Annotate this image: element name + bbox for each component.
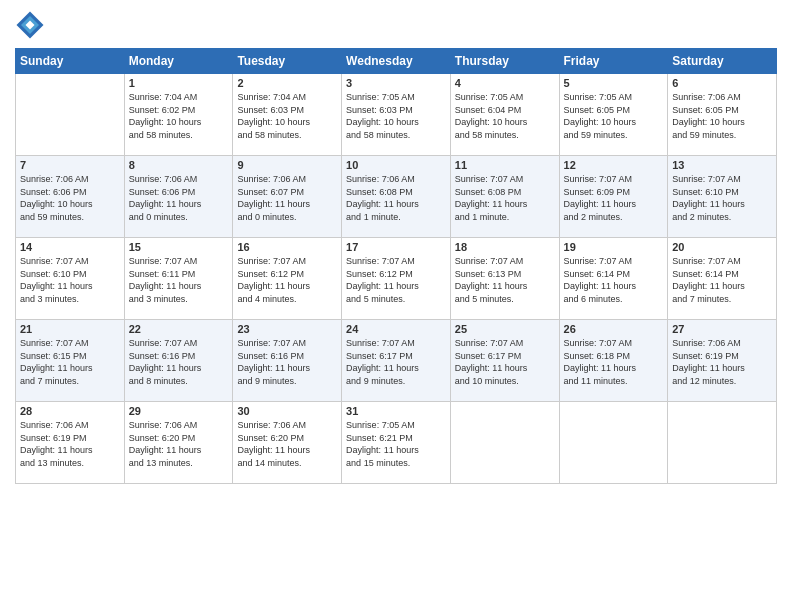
calendar-cell (16, 74, 125, 156)
day-info: Sunrise: 7:07 AMSunset: 6:12 PMDaylight:… (346, 255, 446, 305)
day-number: 26 (564, 323, 664, 335)
weekday-header-friday: Friday (559, 49, 668, 74)
day-number: 19 (564, 241, 664, 253)
weekday-header-sunday: Sunday (16, 49, 125, 74)
calendar-cell: 22Sunrise: 7:07 AMSunset: 6:16 PMDayligh… (124, 320, 233, 402)
calendar-cell: 18Sunrise: 7:07 AMSunset: 6:13 PMDayligh… (450, 238, 559, 320)
calendar-cell: 16Sunrise: 7:07 AMSunset: 6:12 PMDayligh… (233, 238, 342, 320)
day-info: Sunrise: 7:07 AMSunset: 6:17 PMDaylight:… (346, 337, 446, 387)
day-info: Sunrise: 7:07 AMSunset: 6:15 PMDaylight:… (20, 337, 120, 387)
day-info: Sunrise: 7:04 AMSunset: 6:02 PMDaylight:… (129, 91, 229, 141)
day-number: 7 (20, 159, 120, 171)
day-info: Sunrise: 7:05 AMSunset: 6:05 PMDaylight:… (564, 91, 664, 141)
day-info: Sunrise: 7:06 AMSunset: 6:20 PMDaylight:… (237, 419, 337, 469)
day-number: 31 (346, 405, 446, 417)
day-info: Sunrise: 7:07 AMSunset: 6:18 PMDaylight:… (564, 337, 664, 387)
calendar-cell: 14Sunrise: 7:07 AMSunset: 6:10 PMDayligh… (16, 238, 125, 320)
day-number: 5 (564, 77, 664, 89)
calendar-cell (559, 402, 668, 484)
calendar-cell: 5Sunrise: 7:05 AMSunset: 6:05 PMDaylight… (559, 74, 668, 156)
weekday-header-thursday: Thursday (450, 49, 559, 74)
day-info: Sunrise: 7:05 AMSunset: 6:03 PMDaylight:… (346, 91, 446, 141)
day-info: Sunrise: 7:07 AMSunset: 6:14 PMDaylight:… (564, 255, 664, 305)
day-info: Sunrise: 7:07 AMSunset: 6:10 PMDaylight:… (20, 255, 120, 305)
calendar-cell: 6Sunrise: 7:06 AMSunset: 6:05 PMDaylight… (668, 74, 777, 156)
logo-icon (15, 10, 45, 40)
day-info: Sunrise: 7:06 AMSunset: 6:06 PMDaylight:… (20, 173, 120, 223)
calendar-week-4: 21Sunrise: 7:07 AMSunset: 6:15 PMDayligh… (16, 320, 777, 402)
day-number: 28 (20, 405, 120, 417)
day-number: 9 (237, 159, 337, 171)
calendar-cell: 21Sunrise: 7:07 AMSunset: 6:15 PMDayligh… (16, 320, 125, 402)
calendar-cell: 13Sunrise: 7:07 AMSunset: 6:10 PMDayligh… (668, 156, 777, 238)
day-number: 4 (455, 77, 555, 89)
day-number: 3 (346, 77, 446, 89)
header (15, 10, 777, 40)
day-number: 20 (672, 241, 772, 253)
calendar-cell: 15Sunrise: 7:07 AMSunset: 6:11 PMDayligh… (124, 238, 233, 320)
weekday-header-tuesday: Tuesday (233, 49, 342, 74)
calendar-cell (668, 402, 777, 484)
calendar-cell: 9Sunrise: 7:06 AMSunset: 6:07 PMDaylight… (233, 156, 342, 238)
day-info: Sunrise: 7:07 AMSunset: 6:16 PMDaylight:… (237, 337, 337, 387)
calendar-cell: 23Sunrise: 7:07 AMSunset: 6:16 PMDayligh… (233, 320, 342, 402)
weekday-header-wednesday: Wednesday (342, 49, 451, 74)
logo (15, 10, 49, 40)
day-number: 24 (346, 323, 446, 335)
calendar-cell: 26Sunrise: 7:07 AMSunset: 6:18 PMDayligh… (559, 320, 668, 402)
calendar-header: SundayMondayTuesdayWednesdayThursdayFrid… (16, 49, 777, 74)
weekday-header-saturday: Saturday (668, 49, 777, 74)
calendar-cell: 1Sunrise: 7:04 AMSunset: 6:02 PMDaylight… (124, 74, 233, 156)
calendar-cell: 7Sunrise: 7:06 AMSunset: 6:06 PMDaylight… (16, 156, 125, 238)
calendar-week-3: 14Sunrise: 7:07 AMSunset: 6:10 PMDayligh… (16, 238, 777, 320)
day-info: Sunrise: 7:05 AMSunset: 6:04 PMDaylight:… (455, 91, 555, 141)
calendar-week-5: 28Sunrise: 7:06 AMSunset: 6:19 PMDayligh… (16, 402, 777, 484)
weekday-header-monday: Monday (124, 49, 233, 74)
calendar-cell: 24Sunrise: 7:07 AMSunset: 6:17 PMDayligh… (342, 320, 451, 402)
calendar-cell: 10Sunrise: 7:06 AMSunset: 6:08 PMDayligh… (342, 156, 451, 238)
day-number: 14 (20, 241, 120, 253)
day-info: Sunrise: 7:07 AMSunset: 6:08 PMDaylight:… (455, 173, 555, 223)
day-number: 25 (455, 323, 555, 335)
calendar-cell: 30Sunrise: 7:06 AMSunset: 6:20 PMDayligh… (233, 402, 342, 484)
calendar-week-1: 1Sunrise: 7:04 AMSunset: 6:02 PMDaylight… (16, 74, 777, 156)
day-number: 30 (237, 405, 337, 417)
calendar-cell: 20Sunrise: 7:07 AMSunset: 6:14 PMDayligh… (668, 238, 777, 320)
day-info: Sunrise: 7:07 AMSunset: 6:13 PMDaylight:… (455, 255, 555, 305)
calendar-table: SundayMondayTuesdayWednesdayThursdayFrid… (15, 48, 777, 484)
day-info: Sunrise: 7:07 AMSunset: 6:14 PMDaylight:… (672, 255, 772, 305)
day-info: Sunrise: 7:07 AMSunset: 6:09 PMDaylight:… (564, 173, 664, 223)
calendar-cell (450, 402, 559, 484)
day-number: 1 (129, 77, 229, 89)
day-number: 27 (672, 323, 772, 335)
calendar-cell: 25Sunrise: 7:07 AMSunset: 6:17 PMDayligh… (450, 320, 559, 402)
day-number: 21 (20, 323, 120, 335)
day-number: 22 (129, 323, 229, 335)
day-info: Sunrise: 7:04 AMSunset: 6:03 PMDaylight:… (237, 91, 337, 141)
day-number: 12 (564, 159, 664, 171)
calendar-cell: 27Sunrise: 7:06 AMSunset: 6:19 PMDayligh… (668, 320, 777, 402)
day-number: 13 (672, 159, 772, 171)
day-number: 11 (455, 159, 555, 171)
day-info: Sunrise: 7:06 AMSunset: 6:08 PMDaylight:… (346, 173, 446, 223)
day-info: Sunrise: 7:07 AMSunset: 6:10 PMDaylight:… (672, 173, 772, 223)
calendar-cell: 12Sunrise: 7:07 AMSunset: 6:09 PMDayligh… (559, 156, 668, 238)
day-number: 6 (672, 77, 772, 89)
calendar-cell: 3Sunrise: 7:05 AMSunset: 6:03 PMDaylight… (342, 74, 451, 156)
day-info: Sunrise: 7:06 AMSunset: 6:20 PMDaylight:… (129, 419, 229, 469)
calendar-cell: 4Sunrise: 7:05 AMSunset: 6:04 PMDaylight… (450, 74, 559, 156)
day-number: 23 (237, 323, 337, 335)
day-number: 10 (346, 159, 446, 171)
day-info: Sunrise: 7:06 AMSunset: 6:05 PMDaylight:… (672, 91, 772, 141)
page: SundayMondayTuesdayWednesdayThursdayFrid… (0, 0, 792, 612)
day-info: Sunrise: 7:06 AMSunset: 6:07 PMDaylight:… (237, 173, 337, 223)
day-number: 15 (129, 241, 229, 253)
weekday-row: SundayMondayTuesdayWednesdayThursdayFrid… (16, 49, 777, 74)
day-info: Sunrise: 7:05 AMSunset: 6:21 PMDaylight:… (346, 419, 446, 469)
day-info: Sunrise: 7:06 AMSunset: 6:19 PMDaylight:… (672, 337, 772, 387)
day-info: Sunrise: 7:06 AMSunset: 6:06 PMDaylight:… (129, 173, 229, 223)
calendar-body: 1Sunrise: 7:04 AMSunset: 6:02 PMDaylight… (16, 74, 777, 484)
calendar-cell: 2Sunrise: 7:04 AMSunset: 6:03 PMDaylight… (233, 74, 342, 156)
calendar-cell: 17Sunrise: 7:07 AMSunset: 6:12 PMDayligh… (342, 238, 451, 320)
day-info: Sunrise: 7:07 AMSunset: 6:17 PMDaylight:… (455, 337, 555, 387)
